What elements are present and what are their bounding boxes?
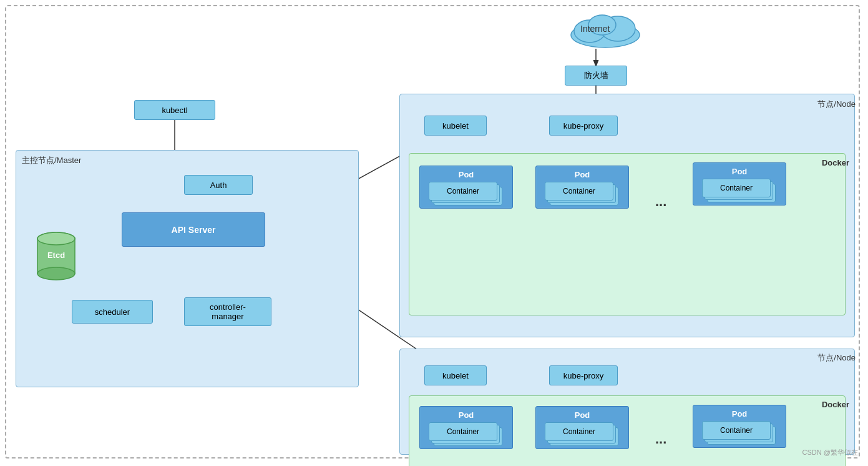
pod3-top-container-front: Container xyxy=(702,179,771,197)
pod-group-1-top: Pod Container xyxy=(419,166,513,209)
pod-group-1-bottom: Pod Container xyxy=(419,406,513,449)
kube-proxy-top-label: kube-proxy xyxy=(563,121,603,131)
dots-bottom: ... xyxy=(655,431,666,447)
pod1-top-container-wrapper: Container xyxy=(429,182,504,206)
pod1-bottom-container-front: Container xyxy=(429,422,497,441)
docker-top-label: Docker xyxy=(822,158,849,167)
firewall-box: 防火墙 xyxy=(565,66,627,86)
svg-point-27 xyxy=(37,232,75,245)
pod-group-2-bottom: Pod Container xyxy=(535,406,629,449)
docker-bottom-label: Docker xyxy=(822,400,849,409)
kube-proxy-top-box: kube-proxy xyxy=(549,116,618,136)
pod-group-3-bottom: Pod Container xyxy=(693,405,786,448)
controller-manager-label: controller-manager xyxy=(210,302,246,321)
pod1-bottom-label: Pod xyxy=(459,410,474,420)
pod1-top-container-front: Container xyxy=(429,182,497,201)
kubelet-bottom-label: kubelet xyxy=(442,371,469,380)
pod3-top-container-wrapper: Container xyxy=(702,179,777,202)
api-server-label: API Server xyxy=(172,225,216,235)
scheduler-box: scheduler xyxy=(72,300,153,324)
node-top-label: 节点/Node xyxy=(817,99,856,110)
kube-proxy-bottom-label: kube-proxy xyxy=(563,371,603,380)
kubectl-box: kubectl xyxy=(134,100,215,120)
pod3-bottom-container-front: Container xyxy=(702,421,771,440)
pod2-bottom-label: Pod xyxy=(575,410,590,420)
internet-label: Internet xyxy=(580,24,610,34)
pod1-bottom-container-wrapper: Container xyxy=(429,422,504,446)
master-label: 主控节点/Master xyxy=(22,155,81,166)
pod3-top-label: Pod xyxy=(732,167,748,176)
kubelet-bottom-box: kubelet xyxy=(424,365,487,385)
controller-manager-box: controller-manager xyxy=(184,297,271,326)
pod2-bottom-container-front: Container xyxy=(545,422,613,441)
pod2-bottom-container-wrapper: Container xyxy=(545,422,620,446)
firewall-label: 防火墙 xyxy=(584,70,608,81)
kubectl-label: kubectl xyxy=(162,106,187,115)
pod3-bottom-container-wrapper: Container xyxy=(702,421,777,445)
auth-label: Auth xyxy=(210,181,227,190)
svg-point-26 xyxy=(37,267,75,280)
kubelet-top-label: kubelet xyxy=(442,121,469,131)
kubelet-top-box: kubelet xyxy=(424,116,487,136)
node-bottom-label: 节点/Node xyxy=(817,352,856,364)
scheduler-label: scheduler xyxy=(95,307,130,317)
etcd-shape: Etcd xyxy=(34,231,78,281)
pod3-bottom-label: Pod xyxy=(732,409,748,419)
kube-proxy-bottom-box: kube-proxy xyxy=(549,365,618,385)
pod-group-2-top: Pod Container xyxy=(535,166,629,209)
pod2-top-container-wrapper: Container xyxy=(545,182,620,206)
svg-text:Etcd: Etcd xyxy=(47,250,65,260)
diagram-wrapper: Internet 防火墙 kubectl 主控节点/Master Auth AP… xyxy=(0,0,868,466)
watermark: CSDN @繁华似在 xyxy=(802,448,858,457)
auth-box: Auth xyxy=(184,175,253,195)
dots-top: ... xyxy=(655,194,666,210)
pod2-top-container-front: Container xyxy=(545,182,613,201)
pod2-top-label: Pod xyxy=(575,170,590,179)
api-server-box: API Server xyxy=(122,212,265,247)
pod-group-3-top: Pod Container xyxy=(693,162,786,206)
pod1-top-label: Pod xyxy=(459,170,474,179)
